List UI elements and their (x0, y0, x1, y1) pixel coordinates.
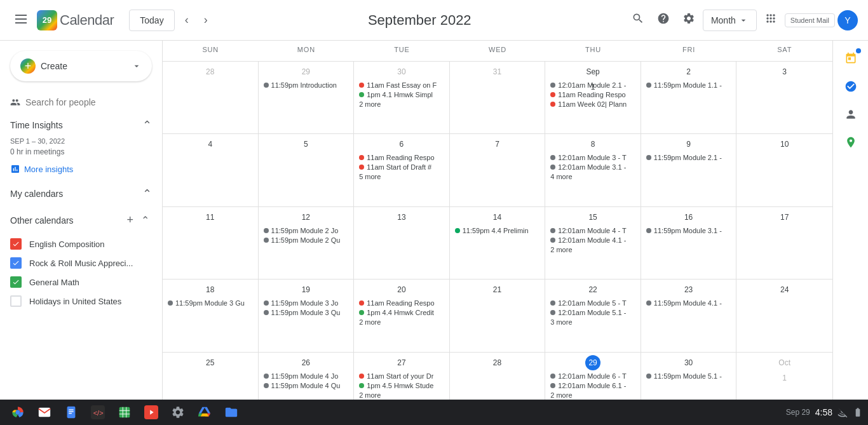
right-icon-people[interactable] (838, 102, 864, 127)
event-4-2-0[interactable]: 11am Start of your Dr (356, 372, 447, 381)
taskbar-code[interactable]: </> (85, 401, 111, 424)
event-1-4-1[interactable]: 12:01am Module 3.1 - (548, 163, 638, 172)
event-3-4-1[interactable]: 12:01am Module 5.1 - (548, 308, 638, 317)
day-cell-3-6[interactable]: 24 (736, 280, 832, 351)
event-2-3-0[interactable]: 11:59pm 4.4 Prelimin (452, 226, 543, 235)
taskbar-settings[interactable] (165, 401, 191, 424)
create-button[interactable]: + Create (10, 51, 152, 81)
day-cell-0-6[interactable]: 3 (736, 62, 832, 133)
calendar-checkbox-rockroll[interactable] (10, 257, 22, 269)
search-people-area[interactable] (0, 91, 162, 113)
day-cell-1-4[interactable]: 812:01am Module 3 - T12:01am Module 3.1 … (545, 134, 641, 206)
event-2-4-0[interactable]: 12:01am Module 4 - T (548, 226, 638, 235)
right-icon-tasks[interactable] (838, 74, 864, 99)
day-cell-2-5[interactable]: 1611:59pm Module 3.1 - (641, 207, 737, 279)
add-calendar-button[interactable]: + (124, 211, 136, 229)
event-1-2-0[interactable]: 11am Reading Respo (356, 153, 447, 162)
calendar-item-rockroll[interactable]: Rock & Roll Music Appreci... (0, 253, 162, 273)
day-cell-1-6[interactable]: 10 (736, 134, 832, 206)
day-cell-0-0[interactable]: 28 (163, 62, 259, 133)
day-cell-2-2[interactable]: 13 (354, 207, 450, 279)
next-month-button[interactable]: › (199, 8, 213, 32)
taskbar-docs[interactable] (58, 401, 84, 424)
day-cell-3-0[interactable]: 1811:59pm Module 3 Gu (163, 280, 259, 351)
search-button[interactable] (627, 7, 649, 33)
event-3-5-0[interactable]: 11:59pm Module 4.1 - (644, 299, 734, 307)
more-events-1-2[interactable]: 5 more (356, 172, 447, 181)
day-cell-1-0[interactable]: 4 (163, 134, 259, 206)
calendar-checkbox-math[interactable] (10, 276, 22, 288)
event-4-1-0[interactable]: 11:59pm Module 4 Jo (261, 372, 351, 381)
event-1-2-1[interactable]: 11am Start of Draft # (356, 163, 447, 172)
event-3-1-0[interactable]: 11:59pm Module 3 Jo (261, 299, 351, 307)
right-icon-calendar[interactable] (838, 46, 864, 71)
more-events-4-2[interactable]: 2 more (356, 391, 447, 400)
menu-button[interactable] (10, 8, 32, 32)
settings-button[interactable] (677, 7, 700, 33)
help-button[interactable] (652, 7, 675, 33)
event-3-2-0[interactable]: 11am Reading Respo (356, 299, 447, 307)
calendar-item-holidays[interactable]: Holidays in United States (0, 292, 162, 311)
day-cell-0-3[interactable]: 31 (450, 62, 546, 133)
calendar-item-english[interactable]: English Composition (0, 234, 162, 253)
day-cell-1-2[interactable]: 611am Reading Respo11am Start of Draft #… (354, 134, 450, 206)
avatar[interactable]: Y (837, 10, 858, 30)
day-cell-3-2[interactable]: 2011am Reading Respo1pm 4.4 Hmwk Credit2… (354, 280, 450, 351)
event-4-1-1[interactable]: 11:59pm Module 4 Qu (261, 381, 351, 390)
event-4-4-1[interactable]: 12:01am Module 6.1 - (548, 381, 638, 390)
more-events-3-2[interactable]: 2 more (356, 318, 447, 327)
day-cell-2-6[interactable]: 17 (736, 207, 832, 279)
calendar-checkbox-holidays[interactable] (10, 295, 22, 307)
day-cell-1-1[interactable]: 5 (259, 134, 355, 206)
event-2-4-1[interactable]: 12:01am Module 4.1 - (548, 236, 638, 245)
day-cell-2-0[interactable]: 11 (163, 207, 259, 279)
taskbar-files[interactable] (219, 401, 244, 424)
day-cell-3-1[interactable]: 1911:59pm Module 3 Jo11:59pm Module 3 Qu (259, 280, 355, 351)
student-mail-button[interactable]: Student Mail (785, 13, 835, 27)
view-selector[interactable]: Month (703, 10, 757, 31)
day-cell-2-3[interactable]: 1411:59pm 4.4 Prelimin (450, 207, 546, 279)
event-3-1-1[interactable]: 11:59pm Module 3 Qu (261, 308, 351, 317)
day-cell-0-2[interactable]: 3011am Fast Essay on F1pm 4.1 Hmwk Simpl… (354, 62, 450, 133)
day-cell-0-1[interactable]: 2911:59pm Introduction (259, 62, 355, 133)
event-1-5-0[interactable]: 11:59pm Module 2.1 - (644, 153, 734, 162)
more-insights-button[interactable]: More insights (10, 161, 73, 177)
event-3-4-0[interactable]: 12:01am Module 5 - T (548, 299, 638, 307)
my-calendars-header[interactable]: My calendars ⌃ (0, 182, 162, 206)
event-4-4-0[interactable]: 12:01am Module 6 - T (548, 372, 638, 381)
more-events-3-4[interactable]: 3 more (548, 318, 638, 327)
more-events-1-4[interactable]: 4 more (548, 172, 638, 181)
event-0-4-2[interactable]: 11am Week 02| Plann (548, 100, 638, 109)
event-3-2-1[interactable]: 1pm 4.4 Hmwk Credit (356, 308, 447, 317)
event-2-1-0[interactable]: 11:59pm Module 2 Jo (261, 226, 351, 235)
day-cell-0-5[interactable]: 211:59pm Module 1.1 - (641, 62, 737, 133)
today-button[interactable]: Today (129, 10, 174, 31)
day-cell-3-5[interactable]: 2311:59pm Module 4.1 - (641, 280, 737, 351)
time-insights-header[interactable]: Time Insights ⌃ (0, 113, 162, 137)
calendar-checkbox-english[interactable] (10, 238, 22, 250)
day-cell-2-1[interactable]: 1211:59pm Module 2 Jo11:59pm Module 2 Qu (259, 207, 355, 279)
day-cell-3-3[interactable]: 21 (450, 280, 546, 351)
search-people-input[interactable] (25, 97, 152, 107)
event-2-1-1[interactable]: 11:59pm Module 2 Qu (261, 236, 351, 245)
event-0-4-1[interactable]: 11am Reading Respo (548, 90, 638, 99)
taskbar-sheets[interactable] (112, 401, 137, 424)
event-4-2-1[interactable]: 1pm 4.5 Hmwk Stude (356, 381, 447, 390)
event-0-5-0[interactable]: 11:59pm Module 1.1 - (644, 81, 734, 90)
day-cell-1-5[interactable]: 911:59pm Module 2.1 - (641, 134, 737, 206)
event-3-0-0[interactable]: 11:59pm Module 3 Gu (165, 299, 255, 307)
event-0-2-0[interactable]: 11am Fast Essay on F (356, 81, 447, 90)
taskbar-gmail[interactable] (32, 401, 57, 424)
event-0-1-0[interactable]: 11:59pm Introduction (261, 81, 351, 90)
more-events-2-4[interactable]: 2 more (548, 245, 638, 254)
event-1-4-0[interactable]: 12:01am Module 3 - T (548, 153, 638, 162)
more-events-0-2[interactable]: 2 more (356, 100, 447, 109)
day-cell-1-3[interactable]: 7 (450, 134, 546, 206)
event-0-4-0[interactable]: 12:01am Module 2.1 - (548, 81, 638, 90)
day-cell-0-4[interactable]: Sep 112:01am Module 2.1 -11am Reading Re… (545, 62, 641, 133)
apps-button[interactable] (759, 7, 782, 33)
day-cell-3-4[interactable]: 2212:01am Module 5 - T12:01am Module 5.1… (545, 280, 641, 351)
taskbar-drive[interactable] (192, 401, 217, 424)
event-0-2-1[interactable]: 1pm 4.1 Hmwk Simpl (356, 90, 447, 99)
prev-month-button[interactable]: ‹ (180, 8, 194, 32)
